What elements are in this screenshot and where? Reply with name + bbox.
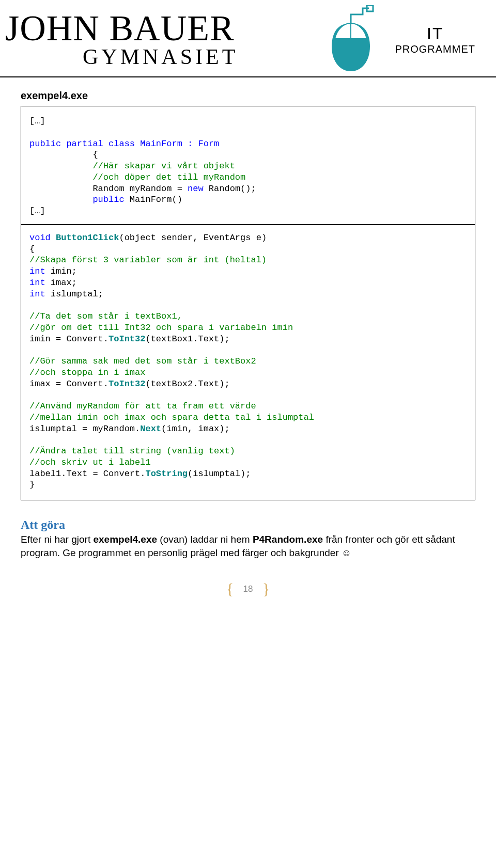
brand-subtitle: GYMNASIET: [83, 44, 317, 69]
code-kw: int: [29, 266, 45, 276]
brace-right-icon: }: [262, 580, 270, 597]
code-kw: new: [188, 184, 204, 194]
code-line: (textBox1.Text);: [145, 334, 229, 344]
page-number: 18: [236, 584, 260, 594]
code-comment: //Använd myRandom för att ta fram ett vä…: [29, 401, 256, 411]
code-comment: //Ändra talet till string (vanlig text): [29, 446, 235, 456]
code-comment: //och stoppa in i imax: [29, 368, 145, 377]
code-comment: //och skriv ut i label1: [29, 457, 151, 467]
program-label-box: IT PROGRAMMET: [395, 24, 475, 55]
code-line: Random myRandom =: [92, 184, 188, 194]
code-filename: exempel4.exe: [21, 90, 475, 102]
code-line: label1.Text = Convert.: [29, 469, 145, 479]
code-fn: ToInt32: [109, 334, 145, 344]
page-number-wrap: { 18 }: [21, 580, 475, 608]
todo-text: (ovan) laddar ni hem: [157, 534, 253, 545]
code-line: }: [29, 480, 35, 490]
todo-bold: exempel4.exe: [93, 534, 157, 545]
todo-paragraph: Efter ni har gjort exempel4.exe (ovan) l…: [21, 533, 475, 559]
code-fn: Button1Click: [51, 233, 119, 243]
code-comment: //och döper det till myRandom: [92, 172, 245, 182]
code-line: Random();: [204, 184, 256, 194]
code-line: imin = Convert.: [29, 334, 109, 344]
code-line: {: [29, 244, 35, 254]
it-label: IT: [395, 24, 475, 43]
code-fn: ToInt32: [109, 379, 145, 389]
brand-name: JOHN BAUER: [5, 10, 317, 46]
code-kw: public: [92, 195, 124, 204]
code-kw: int: [29, 289, 45, 299]
brand-logo: JOHN BAUER GYMNASIET: [5, 10, 317, 69]
todo-text: Efter ni har gjort: [21, 534, 93, 545]
code-kw: void: [29, 233, 51, 243]
code-kw: public partial class MainForm : Form: [29, 139, 219, 149]
code-line: imax = Convert.: [29, 379, 109, 389]
code-comment: //Gör samma sak med det som står i textB…: [29, 356, 256, 366]
code-comment: //Här skapar vi vårt objekt: [92, 161, 235, 171]
code-comment: //Skapa först 3 variabler som är int (he…: [29, 255, 267, 265]
code-comment: //Ta det som står i textBox1,: [29, 311, 182, 321]
document-header: JOHN BAUER GYMNASIET IT PROGRAMMET: [0, 0, 496, 77]
todo-heading: Att göra: [21, 518, 475, 532]
code-line: islumptal;: [45, 289, 103, 299]
code-fn: Next: [140, 424, 161, 434]
code-comment: //gör om det till Int32 och spara i vari…: [29, 323, 293, 333]
page-content: exempel4.exe […] public partial class Ma…: [0, 77, 496, 608]
code-line: […]: [29, 116, 45, 126]
code-fn: ToString: [145, 469, 188, 479]
mouse-icon: [322, 5, 379, 74]
code-block: […] public partial class MainForm : Form…: [21, 106, 475, 500]
code-line: […]: [29, 206, 45, 216]
brace-left-icon: {: [226, 580, 234, 597]
code-line: imin;: [45, 266, 77, 276]
code-kw: int: [29, 278, 45, 288]
code-line: imax;: [45, 278, 77, 288]
code-line: (imin, imax);: [161, 424, 230, 434]
code-line: (object sender, EventArgs e): [119, 233, 267, 243]
code-line: (textBox2.Text);: [145, 379, 229, 389]
code-line: MainForm(): [125, 195, 182, 204]
code-divider: [21, 224, 475, 225]
todo-bold: P4Random.exe: [253, 534, 323, 545]
code-comment: //mellan imin och imax och spara detta t…: [29, 413, 314, 422]
code-line: islumptal = myRandom.: [29, 424, 140, 434]
code-line: {: [92, 150, 98, 160]
program-label: PROGRAMMET: [395, 43, 475, 55]
code-line: (islumptal);: [188, 469, 251, 479]
